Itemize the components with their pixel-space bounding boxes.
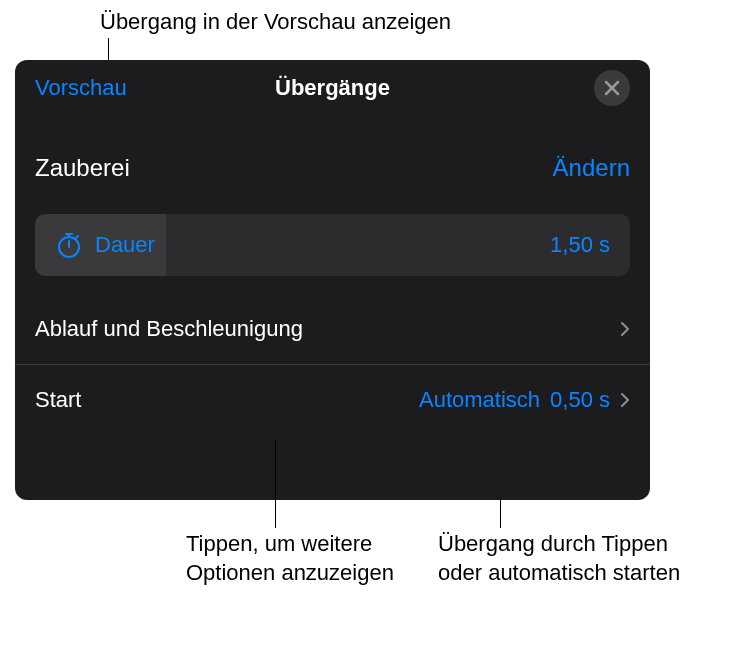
- start-mode: Automatisch: [419, 387, 540, 413]
- callout-start: Übergang durch Tippen oder automatisch s…: [438, 530, 698, 587]
- row-right: [620, 321, 630, 337]
- start-row[interactable]: Start Automatisch 0,50 s: [15, 365, 650, 435]
- duration-left: Dauer: [55, 231, 155, 259]
- delivery-label: Ablauf und Beschleunigung: [35, 316, 303, 342]
- callout-line: [500, 498, 501, 528]
- effect-name: Zauberei: [35, 154, 130, 182]
- start-time: 0,50 s: [550, 387, 610, 413]
- duration-value: 1,50 s: [550, 232, 610, 258]
- timer-icon: [55, 231, 83, 259]
- svg-line-4: [76, 236, 78, 238]
- effect-row: Zauberei Ändern: [15, 134, 650, 204]
- start-label: Start: [35, 387, 81, 413]
- panel-title: Übergänge: [275, 75, 390, 101]
- change-button[interactable]: Ändern: [553, 154, 630, 182]
- chevron-right-icon: [620, 392, 630, 408]
- close-button[interactable]: [594, 70, 630, 106]
- duration-label: Dauer: [95, 232, 155, 258]
- callout-line: [275, 440, 276, 528]
- chevron-right-icon: [620, 321, 630, 337]
- callout-preview: Übergang in der Vorschau anzeigen: [100, 8, 451, 37]
- panel-header: Vorschau Übergänge: [15, 60, 650, 116]
- duration-content: Dauer 1,50 s: [35, 231, 630, 259]
- delivery-row[interactable]: Ablauf und Beschleunigung: [15, 294, 650, 365]
- transitions-panel: Vorschau Übergänge Zauberei Ändern Dauer: [15, 60, 650, 500]
- callout-options: Tippen, um weitere Optionen anzuzeigen: [186, 530, 406, 587]
- close-icon: [604, 80, 620, 96]
- duration-slider[interactable]: Dauer 1,50 s: [35, 214, 630, 276]
- start-right: Automatisch 0,50 s: [419, 387, 630, 413]
- preview-button[interactable]: Vorschau: [35, 75, 127, 101]
